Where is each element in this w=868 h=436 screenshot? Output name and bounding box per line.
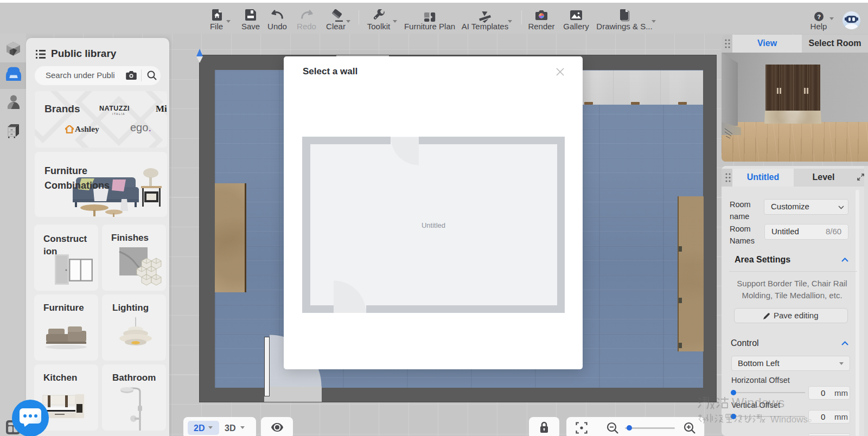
svg-text:?: ? <box>817 14 821 20</box>
